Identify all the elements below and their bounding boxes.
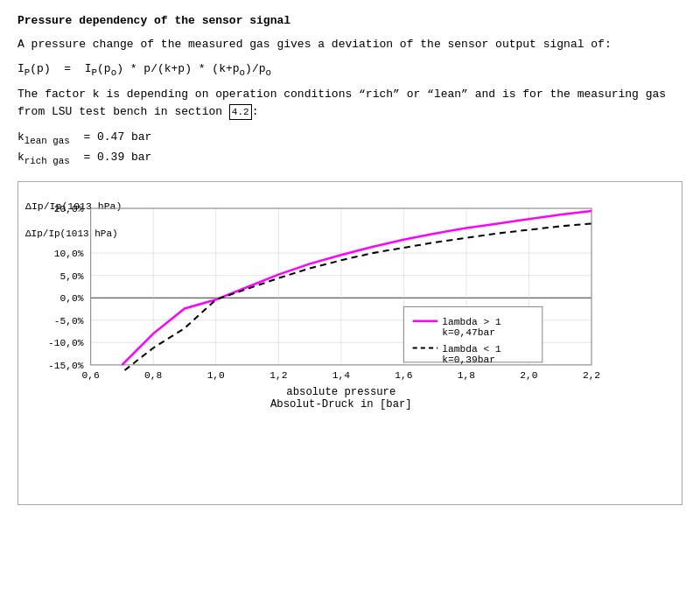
svg-text:1,6: 1,6	[395, 370, 412, 381]
svg-text:0,8: 0,8	[144, 370, 162, 381]
svg-text:-5,0%: -5,0%	[54, 316, 84, 327]
formula-sub-02: o	[240, 67, 246, 77]
page-title: Pressure dependency of the sensor signal	[18, 14, 682, 27]
paragraph1: A pressure change of the measured gas gi…	[18, 36, 682, 53]
k-rich-sub: rich gas	[24, 156, 70, 166]
svg-text:1,4: 1,4	[332, 370, 350, 381]
formula-sub-p1: P	[24, 67, 31, 77]
svg-text:Absolut-Druck in [bar]: Absolut-Druck in [bar]	[270, 398, 412, 411]
svg-text:1,2: 1,2	[270, 370, 287, 381]
svg-text:2,2: 2,2	[583, 370, 600, 381]
svg-text:5,0%: 5,0%	[60, 271, 84, 282]
factor-paragraph: The factor k is depending on operation c…	[18, 86, 682, 120]
k-values: klean gas = 0.47 bar krich gas = 0.39 ba…	[18, 129, 682, 169]
formula-sub-p2: P	[92, 67, 98, 77]
chart-svg: 20,0% 10,0% 5,0% 0,0% -5,0% -10,0% -15,0…	[64, 198, 672, 460]
svg-text:k=0,47bar: k=0,47bar	[442, 327, 495, 338]
svg-text:20,0%: 20,0%	[54, 204, 84, 214]
svg-text:k=0,39bar: k=0,39bar	[442, 355, 495, 365]
section-ref: 4.2	[229, 104, 252, 121]
svg-text:lambda < 1: lambda < 1	[442, 343, 501, 354]
svg-text:lambda > 1: lambda > 1	[442, 317, 501, 327]
svg-text:10,0%: 10,0%	[54, 249, 84, 259]
svg-text:2,0: 2,0	[520, 370, 537, 381]
y-axis-label: ΔIp/Ip(1013 hPa)	[25, 228, 118, 240]
k-lean-sub: lean gas	[24, 136, 70, 146]
svg-text:0,0%: 0,0%	[60, 293, 84, 304]
chart-container: ΔIp/Ip(1013 hPa) 20,0% 10,0% 5,0% 0,0% -…	[18, 181, 682, 505]
svg-text:1,0: 1,0	[207, 370, 225, 381]
svg-text:1,8: 1,8	[458, 370, 475, 381]
k-lean-line: klean gas = 0.47 bar	[18, 129, 682, 149]
svg-text:-10,0%: -10,0%	[48, 338, 84, 348]
formula-sub-0: o	[111, 67, 117, 77]
svg-text:absolute pressure: absolute pressure	[286, 386, 396, 398]
svg-text:0,6: 0,6	[82, 370, 100, 381]
formula-sub-03: o	[265, 67, 271, 77]
formula: IP(p) = IP(po) * p/(k+p) * (k+po)/po	[18, 62, 682, 78]
svg-text:-15,0%: -15,0%	[48, 361, 84, 371]
k-rich-line: krich gas = 0.39 bar	[18, 149, 682, 169]
